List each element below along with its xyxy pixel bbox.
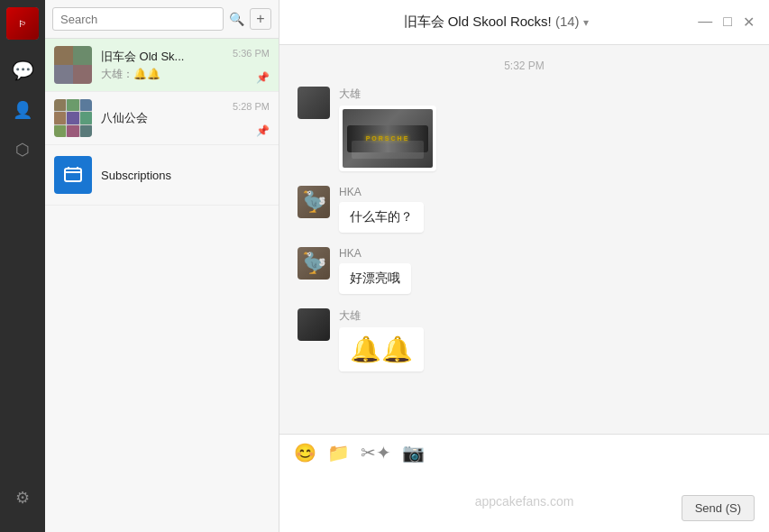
close-button[interactable]: ✕ [743, 14, 755, 31]
contact-name-chat2: 八仙公会 [101, 110, 270, 126]
add-contact-button[interactable]: + [250, 8, 271, 30]
svg-rect-0 [65, 169, 81, 181]
contact-list: 🔍 + 旧车会 Old Sk... 大雄：🔔🔔 5:36 PM 📌 [45, 0, 279, 532]
search-bar: 🔍 + [45, 0, 279, 39]
maximize-button[interactable]: □ [723, 14, 732, 31]
user-avatar[interactable]: 🏳 [6, 7, 39, 40]
table-row: 大雄 PORSCHE [298, 87, 751, 171]
avatar [298, 87, 330, 119]
camera-toolbar-button[interactable]: 📷 [402, 442, 425, 463]
message-bubble-m4: 🔔🔔 [339, 327, 424, 371]
contact-item-chat1[interactable]: 旧车会 Old Sk... 大雄：🔔🔔 5:36 PM 📌 [45, 39, 279, 92]
avatar [298, 308, 330, 341]
pin-icon-chat2: 📌 [256, 124, 270, 137]
table-row: 🦤 HKA 什么车的？ [298, 186, 751, 233]
subscriptions-label: Subscriptions [101, 169, 171, 182]
table-row: 大雄 🔔🔔 [298, 308, 751, 371]
input-section: 😊 📁 ✂✦ 📷 appcakefans.com Send (S) [279, 434, 769, 532]
contact-time-chat2: 5:28 PM [233, 101, 270, 112]
header-actions: — □ ✕ [698, 14, 755, 31]
message-content-m3: HKA 好漂亮哦 [339, 247, 411, 294]
settings-nav-icon[interactable]: ⚙ [6, 482, 39, 514]
message-sender-m3: HKA [339, 247, 411, 260]
chat-title: 旧车会 Old Skool Rocks! (14) ▾ [294, 14, 698, 31]
message-bubble-m2: 什么车的？ [339, 202, 424, 233]
minimize-button[interactable]: — [698, 14, 712, 31]
pin-icon-chat1: 📌 [256, 71, 270, 84]
contact-avatar-chat2 [54, 99, 92, 137]
search-icon[interactable]: 🔍 [229, 12, 244, 26]
contact-time-chat1: 5:36 PM [233, 48, 270, 59]
message-bubble-m3: 好漂亮哦 [339, 263, 411, 294]
input-toolbar: 😊 📁 ✂✦ 📷 [279, 434, 769, 471]
subscriptions-item[interactable]: Subscriptions [45, 145, 279, 206]
emoji-text: 🔔🔔 [350, 335, 413, 363]
time-divider: 5:32 PM [298, 60, 751, 72]
table-row: 🦤 HKA 好漂亮哦 [298, 247, 751, 294]
contact-avatar-chat1 [54, 46, 92, 84]
contact-item-chat2[interactable]: 八仙公会 5:28 PM 📌 [45, 92, 279, 145]
contact-info-chat2: 八仙公会 [101, 110, 270, 126]
sidebar-icons: 🏳 💬 👤 ⬡ ⚙ [0, 0, 45, 532]
message-input-area: appcakefans.com Send (S) [279, 471, 769, 532]
send-button[interactable]: Send (S) [682, 495, 755, 521]
discover-nav-icon[interactable]: ⬡ [6, 133, 39, 166]
message-sender-m4: 大雄 [339, 308, 424, 324]
message-sender-m2: HKA [339, 186, 424, 198]
chat-nav-icon[interactable]: 💬 [6, 54, 39, 87]
message-content-m4: 大雄 🔔🔔 [339, 308, 424, 371]
scissors-toolbar-button[interactable]: ✂✦ [361, 442, 391, 463]
messages-area[interactable]: 5:32 PM 大雄 PORSCHE 🦤 [279, 45, 769, 434]
avatar: 🦤 [298, 247, 330, 280]
dropdown-chevron-icon[interactable]: ▾ [583, 16, 589, 29]
chat-header: 旧车会 Old Skool Rocks! (14) ▾ — □ ✕ [279, 0, 769, 45]
contact-msg-chat1: 大雄：🔔🔔 [101, 67, 270, 82]
chat-panel: 旧车会 Old Skool Rocks! (14) ▾ — □ ✕ 5:32 P… [279, 0, 769, 532]
message-sender-m1: 大雄 [339, 87, 436, 102]
search-input[interactable] [52, 7, 224, 31]
folder-toolbar-button[interactable]: 📁 [327, 442, 350, 463]
subscriptions-icon [54, 156, 92, 194]
contacts-nav-icon[interactable]: 👤 [6, 94, 39, 126]
message-content-m2: HKA 什么车的？ [339, 186, 424, 233]
message-bubble-m1: PORSCHE [339, 105, 436, 171]
avatar: 🦤 [298, 186, 330, 218]
car-image: PORSCHE [343, 109, 433, 168]
emoji-toolbar-button[interactable]: 😊 [294, 442, 316, 463]
message-content-m1: 大雄 PORSCHE [339, 87, 436, 171]
